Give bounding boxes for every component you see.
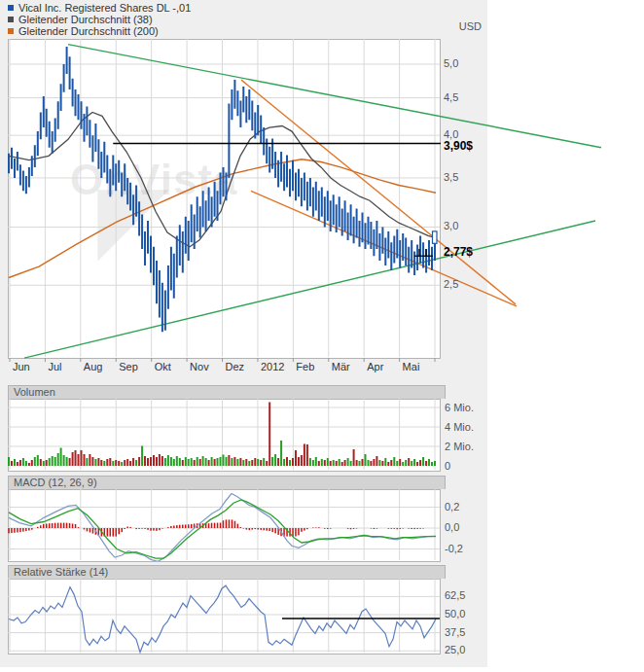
chart-legend: Vical Inc. Registered Shares DL -,01Glei… (8, 2, 191, 37)
x-axis-month-label: Sep (119, 361, 138, 372)
price-axis-tick: 3,0 (444, 220, 458, 231)
x-axis-month-label: Dez (226, 361, 245, 372)
volume-panel-header: Volumen (8, 385, 446, 399)
rsi-panel-header: Relative Stärke (14) (8, 565, 446, 579)
onvista-watermark: OnVista (70, 156, 237, 204)
chart-page: Vical Inc. Registered Shares DL -,01Glei… (0, 0, 644, 672)
macd-panel-header: MACD (12, 26, 9) (8, 476, 446, 489)
price-axis-tick: 4,5 (444, 91, 458, 103)
rsi-axis-tick: 50,0 (445, 608, 465, 619)
volume-axis-tick: 4 Mio. (445, 421, 474, 433)
legend-color-marker (8, 5, 14, 11)
rsi-axis-tick: 62,5 (445, 589, 465, 601)
x-axis-month-label: Jun (13, 361, 30, 372)
price-axis-tick: 3,5 (444, 171, 458, 183)
x-axis-month-label: Mai (403, 361, 420, 372)
x-axis-month-label: Aug (84, 361, 103, 372)
rsi-axis-tick: 25,0 (445, 644, 465, 655)
macd-chart-area[interactable] (8, 489, 441, 562)
rsi-chart-area[interactable] (8, 579, 441, 654)
macd-axis-tick: 0,0 (445, 521, 459, 533)
volume-axis-tick: 6 Mio. (445, 402, 474, 413)
volume-axis-tick: 0 (445, 460, 450, 472)
volume-chart-area[interactable] (8, 399, 441, 472)
x-axis-month-label: Apr (367, 361, 383, 372)
x-axis-month-label: Okt (155, 361, 171, 372)
rsi-axis-tick: 37,5 (445, 626, 465, 638)
macd-axis-tick: 0,2 (445, 501, 459, 513)
x-axis-month-label: Feb (296, 361, 314, 372)
macd-axis-tick: -0,2 (445, 543, 463, 554)
legend-label: Gleitender Durchschnitt (200) (18, 25, 159, 37)
legend-item: Gleitender Durchschnitt (200) (8, 25, 191, 37)
x-axis-month-label: Mär (332, 361, 350, 372)
x-axis-month-label: Jul (48, 361, 61, 372)
price-axis-tick: 5,0 (444, 57, 458, 69)
volume-axis-tick: 2 Mio. (445, 441, 474, 452)
price-axis-tick: 4,0 (444, 128, 458, 140)
legend-color-marker (8, 17, 14, 22)
legend-label: Gleitender Durchschnitt (38) (18, 14, 153, 25)
x-axis-month-label: Nov (190, 361, 209, 372)
legend-item: Vical Inc. Registered Shares DL -,01 (8, 2, 191, 14)
price-axis-tick: 2,5 (444, 278, 458, 290)
legend-color-marker (8, 28, 14, 34)
last-price-label: 2,77$ (444, 245, 473, 259)
resistance-price-label: 3,90$ (444, 139, 473, 153)
legend-item: Gleitender Durchschnitt (38) (8, 14, 191, 25)
currency-label: USD (421, 20, 482, 32)
legend-label: Vical Inc. Registered Shares DL -,01 (18, 2, 191, 14)
x-axis-month-label: 2012 (261, 361, 284, 372)
